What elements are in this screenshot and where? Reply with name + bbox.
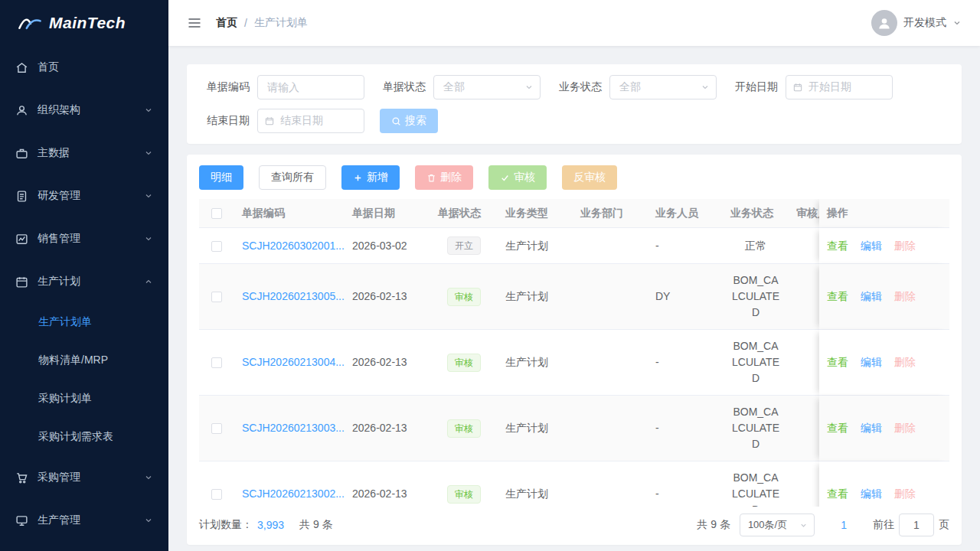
goto-page-input[interactable]: [899, 514, 934, 536]
page-size-select[interactable]: 100条/页: [740, 514, 815, 536]
edit-link[interactable]: 编辑: [861, 356, 882, 368]
table-row: SCJH20260302001... 2026-03-02 开立 生产计划 - …: [199, 228, 949, 264]
delete-link[interactable]: 删除: [894, 356, 916, 368]
plan-count-label: 计划数量：: [199, 518, 253, 532]
edit-link[interactable]: 编辑: [861, 290, 882, 302]
view-link[interactable]: 查看: [827, 422, 848, 434]
chevron-down-icon: [144, 148, 153, 158]
pagination-total: 共 9 条: [697, 518, 730, 532]
table-row: SCJH20260213003... 2026-02-13 审核 生产计划 - …: [199, 396, 949, 461]
search-button[interactable]: 搜索: [380, 109, 438, 133]
col-biz-status: 业务状态: [723, 199, 789, 228]
biz-status-select[interactable]: 全部: [609, 75, 717, 99]
table-scroll-area[interactable]: 单据编码 单据日期 单据状态 业务类型 业务部门 业务人员 业务状态 审核人 操…: [199, 199, 949, 507]
sidebar-item-sales-management[interactable]: 销售管理: [0, 217, 168, 260]
calendar-icon: [792, 82, 803, 93]
cart-icon: [15, 471, 28, 484]
doc-code-input[interactable]: [257, 75, 364, 99]
row-checkbox[interactable]: [211, 423, 222, 434]
start-date-input[interactable]: 开始日期: [786, 75, 893, 99]
add-button[interactable]: 新增: [341, 165, 400, 190]
sidebar-item-organization[interactable]: 组织架构: [0, 89, 168, 132]
doc-status-select[interactable]: 全部: [433, 75, 541, 99]
edit-link[interactable]: 编辑: [861, 422, 882, 434]
sidebar-item-label: 主数据: [38, 146, 70, 160]
chevron-down-icon: [144, 473, 153, 482]
sidebar-item-master-data[interactable]: 主数据: [0, 132, 168, 174]
col-doc-date: 单据日期: [345, 199, 430, 228]
edit-link[interactable]: 编辑: [861, 240, 882, 252]
total-count: 共 9 条: [299, 518, 333, 532]
end-date-input[interactable]: 结束日期: [257, 109, 364, 133]
document-icon: [15, 190, 28, 203]
doc-code-link[interactable]: SCJH20260213005...: [242, 290, 345, 302]
sidebar-item-production-management[interactable]: 生产管理: [0, 499, 168, 542]
biz-person-cell: DY: [648, 264, 723, 330]
biz-status-cell: BOM_CALCULATED: [723, 264, 789, 330]
row-checkbox[interactable]: [211, 292, 222, 302]
current-page[interactable]: 1: [835, 519, 853, 531]
app-logo: MainTech: [0, 0, 168, 46]
delete-link[interactable]: 删除: [894, 487, 916, 500]
page-size-value: 100条/页: [748, 518, 787, 532]
delete-button[interactable]: 删除: [415, 165, 473, 190]
doc-status-tag: 开立: [447, 236, 481, 255]
sidebar-item-production-plan-order[interactable]: 生产计划单: [0, 303, 168, 341]
view-link[interactable]: 查看: [827, 240, 848, 252]
auditor-cell: [789, 461, 819, 507]
doc-code-link[interactable]: SCJH20260213004...: [242, 356, 345, 368]
briefcase-icon: [15, 147, 28, 160]
delete-link[interactable]: 删除: [894, 240, 916, 252]
sidebar-item-purchase-plan-order[interactable]: 采购计划单: [0, 380, 168, 418]
calendar-icon: [15, 276, 28, 289]
table-row: SCJH20260213004... 2026-02-13 审核 生产计划 - …: [199, 330, 949, 396]
audit-button[interactable]: 审核: [488, 165, 547, 190]
view-link[interactable]: 查看: [827, 487, 848, 500]
sidebar-item-label: 研发管理: [38, 189, 80, 203]
sidebar-item-home[interactable]: 首页: [0, 46, 168, 89]
chevron-down-icon: [144, 191, 153, 201]
page-unit-label: 页: [939, 518, 949, 532]
hamburger-icon[interactable]: [187, 15, 202, 31]
toolbar: 明细 查询所有 新增 删除 审核 反审核: [199, 165, 949, 190]
biz-dept-cell: [573, 228, 648, 264]
topbar: 首页 / 生产计划单 开发模式: [168, 0, 980, 46]
user-menu[interactable]: 开发模式: [871, 10, 962, 36]
next-page-icon[interactable]: [854, 520, 864, 530]
row-checkbox[interactable]: [211, 241, 222, 252]
detail-button[interactable]: 明细: [199, 165, 243, 190]
plan-order-table: 单据编码 单据日期 单据状态 业务类型 业务部门 业务人员 业务状态 审核人 操…: [199, 199, 949, 507]
breadcrumb-home[interactable]: 首页: [216, 16, 237, 30]
select-all-checkbox[interactable]: [211, 208, 222, 219]
calendar-icon: [264, 116, 275, 126]
audit-button-label: 审核: [514, 171, 535, 184]
sidebar-item-purchase-demand-table[interactable]: 采购计划需求表: [0, 418, 168, 456]
query-all-button[interactable]: 查询所有: [259, 165, 326, 190]
row-checkbox[interactable]: [211, 489, 222, 500]
doc-code-link[interactable]: SCJH20260213002...: [242, 487, 345, 500]
biz-person-cell: -: [648, 228, 723, 264]
biz-status-cell: BOM_CALCULATED: [723, 396, 789, 461]
row-checkbox[interactable]: [211, 357, 222, 368]
doc-code-link[interactable]: SCJH20260302001...: [242, 240, 345, 252]
chevron-down-icon: [701, 83, 710, 92]
delete-link[interactable]: 删除: [894, 422, 916, 434]
sidebar-item-rd-management[interactable]: 研发管理: [0, 174, 168, 217]
view-link[interactable]: 查看: [827, 290, 848, 302]
unaudit-button[interactable]: 反审核: [562, 165, 617, 190]
col-doc-status: 单据状态: [430, 199, 498, 228]
prev-page-icon[interactable]: [824, 520, 833, 530]
edit-link[interactable]: 编辑: [861, 487, 882, 500]
trash-icon: [426, 173, 436, 183]
view-link[interactable]: 查看: [827, 356, 848, 368]
delete-link[interactable]: 删除: [894, 290, 916, 302]
biz-dept-cell: [573, 264, 648, 330]
search-icon: [391, 116, 401, 126]
biz-type-cell: 生产计划: [498, 330, 573, 396]
biz-type-cell: 生产计划: [498, 396, 573, 461]
doc-status-value: 全部: [443, 80, 465, 94]
doc-code-link[interactable]: SCJH20260213003...: [242, 422, 345, 434]
sidebar-item-bom-mrp[interactable]: 物料清单/MRP: [0, 341, 168, 380]
sidebar-item-production-plan[interactable]: 生产计划: [0, 260, 168, 303]
sidebar-item-purchase-management[interactable]: 采购管理: [0, 456, 168, 499]
